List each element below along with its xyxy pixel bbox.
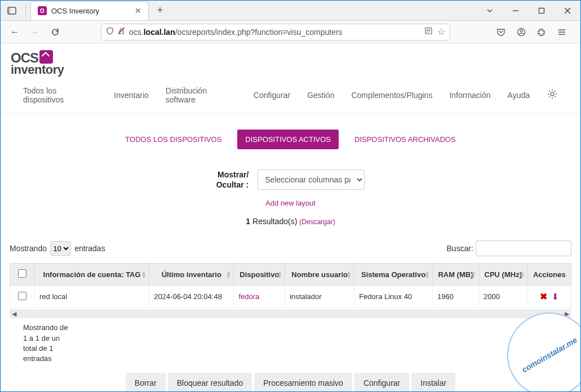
search-label: Buscar: <box>447 244 473 253</box>
bulk-actions: Borrar Bloquear resultado Procesamiento … <box>1 368 580 391</box>
tabs-dropdown-button[interactable] <box>477 7 503 15</box>
tab-favicon: O <box>38 6 47 15</box>
page-size-select[interactable]: 10 <box>50 241 71 256</box>
col-last-inventory[interactable]: Último inventario▲▼ <box>149 264 234 286</box>
forward-button: → <box>26 24 43 41</box>
svg-rect-1 <box>8 7 10 14</box>
svg-rect-3 <box>539 8 544 13</box>
nav-configure[interactable]: Configurar <box>254 91 290 100</box>
address-bar: ← → ocs.local.lan/ocsreports/index.php?f… <box>1 21 580 43</box>
show-entries-label: Mostrando <box>10 244 47 253</box>
insecure-lock-icon[interactable] <box>117 26 126 37</box>
cell-cpu: 2000 <box>478 286 527 308</box>
bulk-configure-button[interactable]: Configurar <box>354 373 409 391</box>
columns-select[interactable]: Seleccionar columnas par <box>258 170 365 190</box>
filter-tabs: TODOS LOS DISPOSITIVOS DISPOSITIVOS ACTI… <box>1 114 580 159</box>
url-input[interactable]: ocs.local.lan/ocsreports/index.php?funct… <box>101 24 450 41</box>
col-device[interactable]: Dispositivo▲▼ <box>234 264 285 286</box>
bookmark-icon[interactable]: ☆ <box>437 26 445 37</box>
tab-archived-devices[interactable]: DISPOSITIVOS ARCHIVADOS <box>347 130 464 149</box>
app-logo[interactable]: OCS inventory <box>11 50 64 77</box>
devices-table: Información de cuenta: TAG▲▼ Último inve… <box>10 263 571 308</box>
device-link[interactable]: fedora <box>238 292 259 301</box>
scroll-left-icon[interactable]: ◀ <box>10 310 19 318</box>
bulk-install-button[interactable]: Instalar <box>411 373 455 391</box>
col-tag[interactable]: Información de cuenta: TAG▲▼ <box>35 264 149 286</box>
browser-titlebar: O OCS Inventory ✕ + <box>1 1 580 21</box>
table-row: red local 2024-06-04 20:04:48 fedora ins… <box>10 286 571 308</box>
back-button[interactable]: ← <box>6 24 23 41</box>
bulk-lock-button[interactable]: Bloquear resultado <box>168 373 252 391</box>
bulk-delete-button[interactable]: Borrar <box>126 373 166 391</box>
horizontal-scrollbar[interactable]: ◀ ▶ <box>10 309 571 318</box>
download-icon[interactable]: ⬇ <box>552 292 559 301</box>
add-layout-link[interactable]: Add new layout <box>265 199 316 207</box>
reader-mode-icon[interactable] <box>424 26 433 37</box>
table-info-text: Mostrando de 1 a 1 de un total de 1 entr… <box>1 318 91 368</box>
cell-user: instalador <box>285 286 354 308</box>
tab-overview-button[interactable] <box>1 1 23 21</box>
nav-software-dist[interactable]: Distribución software <box>166 86 237 104</box>
app-menu-icon[interactable] <box>553 24 571 41</box>
nav-inventory[interactable]: Inventario <box>114 91 148 100</box>
select-all-checkbox[interactable] <box>18 269 26 278</box>
extensions-icon[interactable] <box>533 24 551 41</box>
col-actions: Acciones <box>527 264 571 286</box>
tab-title: OCS Inventory <box>51 7 130 15</box>
tab-active-devices[interactable]: DISPOSITIVOS ACTIVOS <box>237 130 339 149</box>
pocket-icon[interactable] <box>492 24 510 41</box>
browser-tab[interactable]: O OCS Inventory ✕ <box>30 1 149 20</box>
new-tab-button[interactable]: + <box>152 3 168 19</box>
search-input[interactable] <box>476 240 571 256</box>
window-maximize-button[interactable] <box>529 1 555 21</box>
reload-button[interactable] <box>47 24 64 41</box>
col-os[interactable]: Sistema Operativo▲▼ <box>354 264 433 286</box>
cell-os: Fedora Linux 40 <box>354 286 433 308</box>
bulk-mass-button[interactable]: Procesamiento masivo <box>254 373 352 391</box>
main-nav: Todos los dispositivos Inventario Distri… <box>1 81 580 114</box>
nav-plugins[interactable]: Complementos/Plugins <box>351 91 432 100</box>
cell-tag: red local <box>35 286 149 308</box>
account-icon[interactable] <box>512 24 530 41</box>
col-user[interactable]: Nombre usuario▲▼ <box>285 264 354 286</box>
table-controls: Mostrando 10 entradas Buscar: <box>1 237 580 260</box>
url-text: ocs.local.lan/ocsreports/index.php?funct… <box>129 28 420 37</box>
tab-close-icon[interactable]: ✕ <box>135 6 141 15</box>
show-hide-label: Mostrar/Ocultar : <box>216 170 249 190</box>
nav-manage[interactable]: Gestión <box>307 91 334 100</box>
column-selector: Mostrar/Ocultar : Seleccionar columnas p… <box>1 159 580 193</box>
row-checkbox[interactable] <box>18 292 26 300</box>
svg-point-17 <box>551 92 554 96</box>
entries-label: entradas <box>74 244 105 253</box>
shield-icon[interactable] <box>106 27 114 37</box>
nav-all-devices[interactable]: Todos los dispositivos <box>23 86 97 104</box>
download-result-link[interactable]: (Descargar) <box>299 218 335 226</box>
cell-last-inventory: 2024-06-04 20:04:48 <box>149 286 234 308</box>
window-close-button[interactable] <box>555 1 580 21</box>
window-minimize-button[interactable] <box>503 1 529 21</box>
scroll-right-icon[interactable]: ▶ <box>562 310 571 318</box>
nav-help[interactable]: Ayuda <box>508 91 530 100</box>
page-content: OCS inventory Todos los dispositivos Inv… <box>1 43 580 391</box>
delete-icon[interactable]: ✖ <box>540 292 547 301</box>
col-ram[interactable]: RAM (MB)▲▼ <box>432 264 478 286</box>
tab-all-devices[interactable]: TODOS LOS DISPOSITIVOS <box>117 130 229 149</box>
result-count: 1 Resultado(s) (Descargar) <box>1 212 580 237</box>
svg-point-13 <box>520 30 522 32</box>
gear-icon[interactable] <box>547 88 558 103</box>
cell-ram: 1960 <box>432 286 478 308</box>
nav-info[interactable]: Información <box>449 91 490 100</box>
col-cpu[interactable]: CPU (MHz)▲▼ <box>478 264 527 286</box>
